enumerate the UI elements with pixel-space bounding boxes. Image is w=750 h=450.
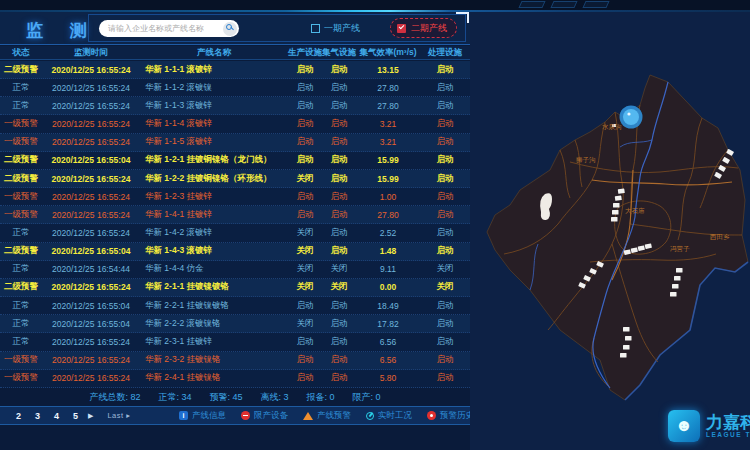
gas-facility-cell: 启动	[322, 152, 356, 169]
line-name-cell: 华新 2-4-1 挂镀镍铬	[140, 370, 288, 387]
prod-facility-cell: 启动	[288, 206, 322, 223]
stat-item: 限产: 0	[353, 391, 381, 404]
prod-facility-cell: 关闭	[288, 224, 322, 241]
line-name-cell: 华新 1-1-3 滚镀锌	[140, 97, 288, 114]
legend-item[interactable]: i产线信息	[179, 410, 226, 422]
table-row[interactable]: 正常2020/12/25 16:55:24华新 2-3-1 挂镀锌启动启动6.5…	[0, 333, 470, 351]
gas-facility-cell: 启动	[322, 352, 356, 369]
table-row[interactable]: 二级预警2020/12/25 16:55:04华新 1-2-1 挂镀铜镍铬（龙门…	[0, 152, 470, 170]
table-row[interactable]: 二级预警2020/12/25 16:55:04华新 1-4-3 滚镀锌关闭启动1…	[0, 243, 470, 261]
treatment-cell: 关闭	[420, 261, 470, 278]
map-panel: 水泉沟狮子沟大石庙西田乡冯营子 ☻ 力嘉科技 LEAGUE TECH	[470, 12, 750, 450]
line-name-cell: 华新 1-4-4 仿金	[140, 261, 288, 278]
treatment-cell: 启动	[420, 61, 470, 78]
page-number[interactable]: 2	[16, 411, 21, 421]
efficiency-cell: 27.80	[356, 206, 420, 223]
phase2-filter-button[interactable]: 二期产线	[390, 18, 457, 38]
map-legend: i产线信息限产设备产线预警实时工况预警历史	[179, 410, 474, 422]
prod-facility-cell: 启动	[288, 352, 322, 369]
prod-facility-cell: 关闭	[288, 170, 322, 187]
prod-facility-cell: 启动	[288, 152, 322, 169]
treatment-cell: 启动	[420, 333, 470, 350]
table-row[interactable]: 二级预警2020/12/25 16:55:24华新 2-1-1 挂镀镍镀铬关闭关…	[0, 279, 470, 297]
page-number[interactable]: 4	[54, 411, 59, 421]
efficiency-cell: 2.52	[356, 224, 420, 241]
status-cell: 一级预警	[0, 115, 42, 132]
deco-shape	[518, 1, 545, 8]
efficiency-cell: 6.56	[356, 333, 420, 350]
search-button[interactable]	[223, 22, 237, 36]
brand-logo: ☻ 力嘉科技 LEAGUE TECH	[668, 404, 750, 448]
line-name-cell: 华新 1-1-4 滚镀锌	[140, 115, 288, 132]
time-cell: 2020/12/25 16:55:24	[42, 279, 140, 296]
column-header: 产线名称	[140, 46, 288, 59]
table-row[interactable]: 正常2020/12/25 16:55:04华新 2-2-1 挂镀镍镀铬启动启动1…	[0, 297, 470, 315]
stat-item: 正常: 34	[158, 391, 191, 404]
pagination: 2345	[16, 411, 78, 421]
map-place-label: 西田乡	[709, 233, 730, 241]
page-number[interactable]: 5	[73, 411, 78, 421]
prod-facility-cell: 启动	[288, 333, 322, 350]
filter-controls: 一期产线 二期产线	[88, 14, 466, 42]
limit-icon	[241, 411, 250, 420]
stat-item: 产线总数: 82	[89, 391, 140, 404]
bottom-bar: 2345 ▶ Last ▸ i产线信息限产设备产线预警实时工况预警历史	[0, 406, 482, 425]
table-row[interactable]: 正常2020/12/25 16:54:44华新 1-4-4 仿金关闭关闭9.11…	[0, 261, 470, 279]
efficiency-cell: 3.21	[356, 115, 420, 132]
table-row[interactable]: 一级预警2020/12/25 16:55:24华新 1-4-1 挂镀锌启动启动2…	[0, 206, 470, 224]
line-name-cell: 华新 1-4-3 滚镀锌	[140, 243, 288, 260]
map-place-label: 大石庙	[625, 207, 645, 214]
status-cell: 正常	[0, 97, 42, 114]
gas-facility-cell: 启动	[322, 61, 356, 78]
map-place-label: 水泉沟	[602, 123, 622, 131]
gas-facility-cell: 启动	[322, 79, 356, 96]
prod-facility-cell: 启动	[288, 188, 322, 205]
logo-icon: ☻	[668, 410, 700, 442]
time-cell: 2020/12/25 16:55:24	[42, 370, 140, 387]
last-page-button[interactable]: Last ▸	[107, 411, 130, 420]
table-row[interactable]: 一级预警2020/12/25 16:55:24华新 2-4-1 挂镀镍铬启动启动…	[0, 370, 470, 388]
time-cell: 2020/12/25 16:55:24	[42, 170, 140, 187]
page-title: 监 测	[26, 19, 98, 42]
legend-item[interactable]: 预警历史	[427, 410, 474, 422]
table-row[interactable]: 正常2020/12/25 16:55:24华新 1-4-2 滚镀锌关闭启动2.5…	[0, 224, 470, 242]
corner-bracket	[456, 12, 469, 23]
column-header: 生产设施	[288, 46, 322, 59]
table-row[interactable]: 一级预警2020/12/25 16:55:24华新 1-2-3 挂镀锌启动启动1…	[0, 188, 470, 206]
search-input[interactable]	[99, 24, 223, 33]
treatment-cell: 启动	[420, 352, 470, 369]
page-number[interactable]: 3	[35, 411, 40, 421]
gas-facility-cell: 启动	[322, 188, 356, 205]
line-name-cell: 华新 2-3-2 挂镀镍铬	[140, 352, 288, 369]
table-row[interactable]: 一级预警2020/12/25 16:55:24华新 2-3-2 挂镀镍铬启动启动…	[0, 352, 470, 370]
map-monitor-marker[interactable]	[620, 106, 643, 129]
table-row[interactable]: 正常2020/12/25 16:55:04华新 2-2-2 滚镀镍铬关闭启动17…	[0, 315, 470, 333]
table-row[interactable]: 二级预警2020/12/25 16:55:24华新 1-2-2 挂镀铜镍铬（环形…	[0, 170, 470, 188]
next-page-button[interactable]: ▶	[88, 412, 93, 420]
table-row[interactable]: 正常2020/12/25 16:55:24华新 1-1-3 滚镀锌启动启动27.…	[0, 97, 470, 115]
time-cell: 2020/12/25 16:55:24	[42, 79, 140, 96]
status-cell: 正常	[0, 224, 42, 241]
legend-item[interactable]: 限产设备	[241, 410, 288, 422]
prod-facility-cell: 启动	[288, 370, 322, 387]
legend-label: 预警历史	[440, 410, 474, 422]
phase1-filter-checkbox[interactable]: 一期产线	[311, 22, 360, 35]
status-cell: 正常	[0, 315, 42, 332]
table-row[interactable]: 二级预警2020/12/25 16:55:24华新 1-1-1 滚镀锌启动启动1…	[0, 61, 470, 79]
treatment-cell: 启动	[420, 115, 470, 132]
treatment-cell: 启动	[420, 297, 470, 314]
table-row[interactable]: 一级预警2020/12/25 16:55:24华新 1-1-4 滚镀锌启动启动3…	[0, 115, 470, 133]
legend-item[interactable]: 实时工况	[366, 410, 412, 422]
district-map[interactable]: 水泉沟狮子沟大石庙西田乡冯营子	[470, 12, 750, 450]
table-row[interactable]: 一级预警2020/12/25 16:55:24华新 1-1-5 滚镀锌启动启动3…	[0, 134, 470, 152]
legend-item[interactable]: 产线预警	[303, 410, 351, 422]
efficiency-cell: 15.99	[356, 152, 420, 169]
efficiency-cell: 27.80	[356, 97, 420, 114]
line-name-cell: 华新 1-2-1 挂镀铜镍铬（龙门线）	[140, 152, 288, 169]
table-row[interactable]: 正常2020/12/25 16:55:24华新 1-1-2 滚镀镍启动启动27.…	[0, 79, 470, 97]
legend-label: 产线信息	[192, 410, 226, 422]
stat-item: 离线: 3	[261, 391, 289, 404]
checked-icon	[397, 24, 406, 33]
line-name-cell: 华新 1-4-2 滚镀锌	[140, 224, 288, 241]
status-cell: 正常	[0, 333, 42, 350]
